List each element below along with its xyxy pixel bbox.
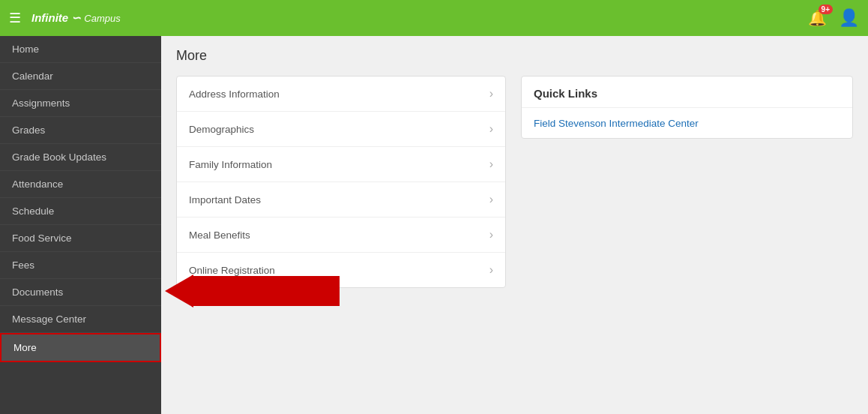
menu-item-address-label: Address Information — [189, 88, 280, 100]
chevron-right-icon: › — [489, 158, 493, 171]
sidebar-item-attendance[interactable]: Attendance — [0, 171, 161, 198]
sidebar-item-food-service[interactable]: Food Service — [0, 225, 161, 252]
sidebar: Home Calendar Assignments Grades Grade B… — [0, 36, 161, 414]
menu-card: Address Information › Demographics › Fam… — [176, 76, 506, 288]
arrow-body — [193, 276, 340, 306]
header: ☰ Infinite ∽ Campus 🔔 9+ 👤 — [0, 0, 868, 36]
main-layout: Home Calendar Assignments Grades Grade B… — [0, 36, 868, 414]
menu-item-family-label: Family Information — [189, 159, 272, 170]
logo-text: Infinite ∽ — [31, 11, 81, 25]
sidebar-item-message-center[interactable]: Message Center — [0, 306, 161, 333]
hamburger-icon[interactable]: ☰ — [9, 10, 21, 26]
logo: Infinite ∽ Campus — [31, 11, 121, 25]
menu-item-important-dates-label: Important Dates — [189, 194, 261, 206]
sidebar-item-calendar[interactable]: Calendar — [0, 63, 161, 90]
menu-item-family[interactable]: Family Information › — [177, 147, 505, 182]
header-right: 🔔 9+ 👤 — [808, 8, 859, 28]
arrow-head — [165, 274, 193, 308]
sidebar-item-assignments[interactable]: Assignments — [0, 90, 161, 117]
user-icon[interactable]: 👤 — [839, 8, 859, 28]
sidebar-item-schedule[interactable]: Schedule — [0, 198, 161, 225]
menu-item-demographics-label: Demographics — [189, 124, 254, 135]
sidebar-item-more[interactable]: More — [0, 333, 161, 362]
content-area: More Address Information › Demographics … — [161, 36, 868, 414]
notification-bell[interactable]: 🔔 9+ — [808, 9, 827, 27]
chevron-right-icon: › — [489, 87, 493, 100]
chevron-right-icon: › — [489, 122, 493, 136]
menu-item-demographics[interactable]: Demographics › — [177, 112, 505, 147]
content-row: Address Information › Demographics › Fam… — [176, 76, 853, 288]
menu-item-meal-benefits-label: Meal Benefits — [189, 230, 250, 241]
quick-links-card: Quick Links Field Stevenson Intermediate… — [521, 76, 853, 139]
chevron-right-icon: › — [489, 228, 493, 242]
sidebar-item-grades[interactable]: Grades — [0, 117, 161, 144]
sidebar-item-fees[interactable]: Fees — [0, 252, 161, 279]
menu-item-meal-benefits[interactable]: Meal Benefits › — [177, 218, 505, 253]
quick-links-body: Field Stevenson Intermediate Center — [522, 108, 852, 138]
quick-links-title: Quick Links — [522, 76, 852, 108]
menu-item-address[interactable]: Address Information › — [177, 76, 505, 112]
sidebar-item-home[interactable]: Home — [0, 36, 161, 63]
annotation-arrow — [165, 274, 340, 308]
header-left: ☰ Infinite ∽ Campus — [9, 10, 121, 26]
logo-sub: Campus — [84, 13, 120, 24]
quick-link-field-stevenson[interactable]: Field Stevenson Intermediate Center — [534, 118, 699, 129]
chevron-right-icon: › — [489, 263, 493, 277]
chevron-right-icon: › — [489, 193, 493, 206]
menu-item-important-dates[interactable]: Important Dates › — [177, 182, 505, 218]
notification-badge: 9+ — [819, 4, 833, 14]
sidebar-item-gradebook[interactable]: Grade Book Updates — [0, 144, 161, 171]
page-title: More — [176, 48, 853, 64]
sidebar-item-documents[interactable]: Documents — [0, 279, 161, 306]
